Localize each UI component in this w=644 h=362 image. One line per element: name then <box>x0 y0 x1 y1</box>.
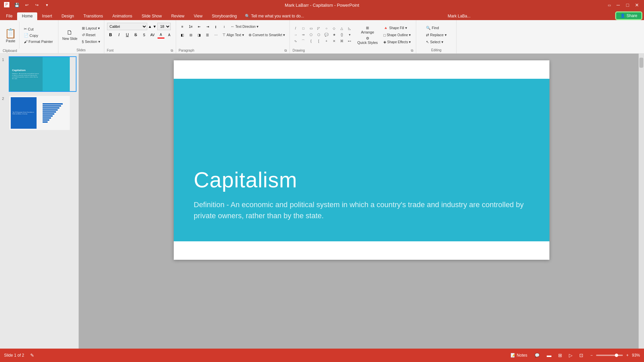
font-size-down[interactable]: ▼ <box>153 24 157 28</box>
share-button[interactable]: 👤 Share <box>616 12 641 19</box>
zoom-out-button[interactable]: − <box>588 352 595 358</box>
shape-arrow[interactable]: → <box>292 32 299 38</box>
tab-transitions[interactable]: Transitions <box>79 12 108 20</box>
reset-button[interactable]: ↺ Reset <box>80 32 102 38</box>
presentation-view-button[interactable]: ⊡ <box>578 352 585 359</box>
font-expand[interactable]: ⧉ <box>171 49 173 53</box>
bullets-button[interactable]: ≡ <box>179 23 186 30</box>
replace-button[interactable]: ⇄ Replace ▾ <box>424 32 448 38</box>
shape-hex[interactable]: ⬡ <box>316 32 322 38</box>
ribbon-display[interactable]: ▭ <box>605 1 613 9</box>
undo-quick-access[interactable]: ↩ <box>23 1 31 9</box>
shape-math[interactable]: + <box>323 39 329 44</box>
select-button[interactable]: ↖ Select ▾ <box>424 39 448 45</box>
tab-home[interactable]: Home <box>17 12 37 20</box>
tab-slide-show[interactable]: Slide Show <box>137 12 166 20</box>
shape-rect[interactable]: □ <box>300 26 306 31</box>
tab-animations[interactable]: Animations <box>108 12 137 20</box>
user-label[interactable]: Mark LaBa... <box>448 14 471 18</box>
tab-storyboarding[interactable]: Storyboarding <box>207 12 242 20</box>
justify[interactable]: ☰ <box>204 31 211 39</box>
zoom-slider[interactable] <box>596 355 623 356</box>
align-center[interactable]: ⊟ <box>187 31 195 39</box>
slide-body[interactable]: Definition - An economic and political s… <box>194 199 529 221</box>
tab-design[interactable]: Design <box>57 12 78 20</box>
strikethrough-button[interactable]: S <box>132 31 140 39</box>
shape-snip[interactable]: ◸ <box>316 26 322 31</box>
shape-line[interactable]: / <box>292 26 299 31</box>
tab-insert[interactable]: Insert <box>37 12 57 20</box>
shape-oval[interactable]: ○ <box>323 26 329 31</box>
reading-view-button[interactable]: ▷ <box>567 352 574 359</box>
shadow-button[interactable]: S <box>141 31 148 39</box>
font-size-up[interactable]: ▲ <box>148 24 152 28</box>
italic-button[interactable]: I <box>115 31 123 39</box>
new-slide-button[interactable]: 🗋 New Slide <box>60 28 79 42</box>
edit-notes-button[interactable]: ✎ <box>28 352 36 359</box>
shape-more[interactable]: ▾ <box>346 32 353 38</box>
close-button[interactable]: ✕ <box>633 1 641 9</box>
section-button[interactable]: § Section ▾ <box>80 39 102 45</box>
shape-ribbon[interactable]: ⌘ <box>339 39 345 44</box>
char-spacing-button[interactable]: AV <box>149 31 156 39</box>
align-more[interactable]: ⋯ <box>212 31 220 39</box>
find-button[interactable]: 🔍 Find <box>424 25 448 31</box>
increase-indent[interactable]: ⇥ <box>204 23 211 30</box>
normal-view-button[interactable]: ▬ <box>545 352 553 359</box>
convert-smartart-button[interactable]: ⊛ Convert to SmartArt ▾ <box>247 32 287 38</box>
slide-canvas[interactable]: Capitalism Definition - An economic and … <box>174 60 549 260</box>
text-direction-button[interactable]: ↔ Text Direction ▾ <box>229 24 261 29</box>
align-right[interactable]: ◨ <box>196 31 203 39</box>
shape-pentagon[interactable]: ⬠ <box>308 32 314 38</box>
shape-cross[interactable]: ✕ <box>331 39 337 44</box>
shape-equation[interactable]: {} <box>339 32 345 38</box>
cut-button[interactable]: ✂ Cut <box>22 26 55 32</box>
shape-block-arrow[interactable]: ⇒ <box>300 32 306 38</box>
vertical-scrollbar[interactable] <box>639 54 644 349</box>
tab-review[interactable]: Review <box>166 12 189 20</box>
shape-free[interactable]: ∿ <box>292 39 299 44</box>
slide-main-content[interactable]: Capitalism Definition - An economic and … <box>174 79 549 241</box>
layout-button[interactable]: ⊞ Layout ▾ <box>80 25 102 31</box>
redo-quick-access[interactable]: ↪ <box>33 1 41 9</box>
scrollbar-thumb[interactable] <box>639 58 643 68</box>
format-painter-button[interactable]: 🖌 Format Painter <box>22 39 55 44</box>
shape-arc[interactable]: ⌒ <box>300 39 306 44</box>
shape-star[interactable]: ★ <box>331 32 337 38</box>
slide-thumb-2[interactable]: Top 15 European Union Countries in Debt … <box>9 95 76 131</box>
comments-button[interactable]: 💬 Comments <box>533 352 542 358</box>
decrease-indent[interactable]: ⇤ <box>196 23 203 30</box>
font-color-button[interactable]: A <box>157 31 165 39</box>
align-text-button[interactable]: ⊤ Align Text ▾ <box>221 32 246 38</box>
shape-callout[interactable]: 💬 <box>323 32 329 38</box>
font-family-select[interactable]: Calibri <box>107 23 147 30</box>
tab-view[interactable]: View <box>189 12 207 20</box>
shape-effects-button[interactable]: ◈ Shape Effects ▾ <box>382 39 413 45</box>
search-box[interactable]: 🔍 Tell me what you want to do... <box>245 14 304 18</box>
shape-bracket[interactable]: [ <box>316 39 322 44</box>
shape-brace[interactable]: { <box>308 39 314 44</box>
underline-button[interactable]: U <box>124 31 131 39</box>
maximize-button[interactable]: □ <box>623 1 632 9</box>
paste-button[interactable]: 📋 Paste <box>2 21 19 49</box>
slide-thumbnail-2[interactable]: 2 Top 15 European Union Countries in Deb… <box>2 95 76 131</box>
minimize-button[interactable]: ─ <box>614 1 623 9</box>
quick-styles-button[interactable]: ⚙ Quick Styles <box>355 36 380 45</box>
slide-thumb-1[interactable]: Capitalism Definition – An economic and … <box>9 56 76 92</box>
shape-right-tri[interactable]: ◺ <box>346 26 353 31</box>
zoom-in-button[interactable]: + <box>624 352 631 358</box>
shape-diamond[interactable]: ◇ <box>331 26 337 31</box>
arrange-button[interactable]: ⊞ Arrange <box>359 25 376 35</box>
drawing-expand[interactable]: ⧉ <box>411 49 413 53</box>
bold-button[interactable]: B <box>107 31 114 39</box>
notes-button[interactable]: 📝 Notes <box>508 352 529 358</box>
slide-thumbnail-1[interactable]: 1 Capitalism Definition – An economic an… <box>2 56 76 92</box>
copy-button[interactable]: 📄 Copy <box>22 33 55 38</box>
save-quick-access[interactable]: 💾 <box>13 1 21 9</box>
customize-quick-access[interactable]: ▾ <box>43 1 51 9</box>
tab-file[interactable]: File <box>1 12 17 20</box>
paragraph-expand[interactable]: ⧉ <box>284 49 287 53</box>
align-left[interactable]: ◧ <box>179 31 186 39</box>
font-size-select[interactable]: 18 <box>157 23 171 30</box>
shape-tri[interactable]: △ <box>339 26 345 31</box>
